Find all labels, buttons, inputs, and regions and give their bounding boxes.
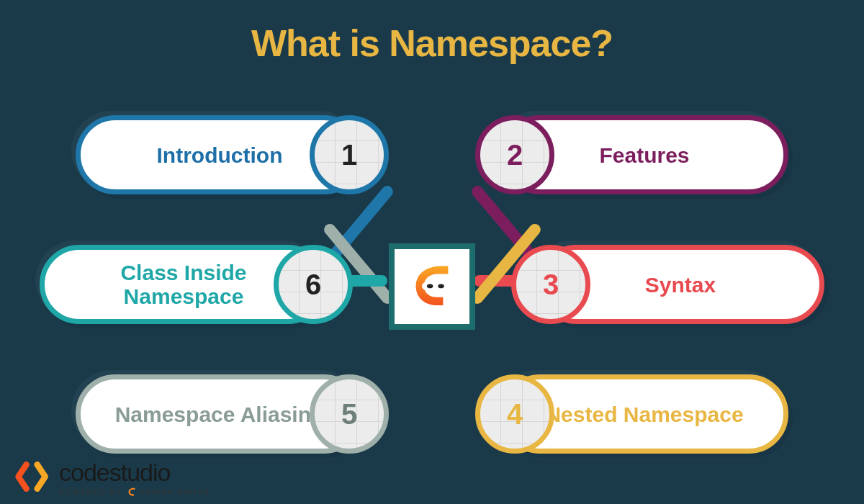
topic-number-4: 4 <box>475 374 554 454</box>
svg-rect-0 <box>422 282 448 290</box>
topic-number-5: 5 <box>310 374 389 454</box>
brand-powered-by: POWERED BY CODING NINJAS <box>59 487 210 497</box>
svg-point-1 <box>427 284 433 289</box>
center-logo <box>389 243 475 330</box>
topic-number-2: 2 <box>475 115 554 194</box>
coding-ninjas-icon: CODING NINJAS <box>127 487 210 497</box>
namespace-diagram: Introduction Class Inside Namespace Name… <box>0 65 864 468</box>
topic-number-6: 6 <box>274 245 353 324</box>
footer-brand: codestudio POWERED BY CODING NINJAS <box>13 456 210 497</box>
topic-number-1: 1 <box>310 115 389 194</box>
topic-number-3: 3 <box>511 245 590 324</box>
svg-point-2 <box>438 284 444 289</box>
page-title: What is Namespace? <box>0 0 864 65</box>
ninja-mask-icon <box>407 260 457 313</box>
brand-name: codestudio <box>59 459 210 487</box>
codestudio-logo-icon <box>13 456 53 497</box>
